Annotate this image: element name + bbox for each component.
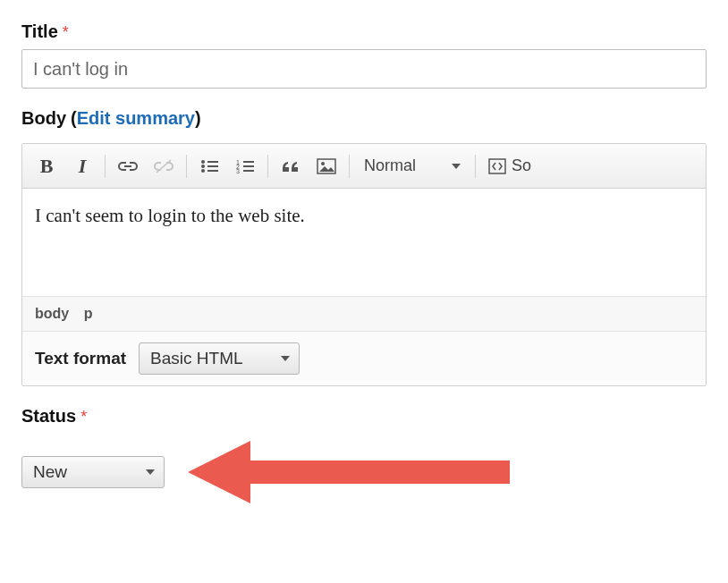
bold-button[interactable]: B [33,153,60,180]
text-format-value: Basic HTML [150,349,242,368]
image-button[interactable] [313,153,340,180]
svg-rect-4 [207,165,218,167]
svg-point-1 [201,160,205,164]
body-field: Body (Edit summary) B I [21,108,707,386]
svg-rect-2 [207,161,218,163]
chevron-down-icon [452,164,461,169]
status-value: New [33,462,67,482]
numbered-list-icon: 1 2 3 [236,159,254,173]
unlink-icon [154,159,174,173]
arrow-left-icon [188,441,510,503]
bullet-list-button[interactable] [196,153,223,180]
toolbar-separator [105,155,106,178]
svg-point-3 [201,165,205,168]
paragraph-format-value: Normal [364,156,416,175]
title-input[interactable] [21,49,707,89]
status-field: Status * New [21,406,707,503]
chevron-down-icon [281,356,290,361]
toolbar-separator [186,155,187,178]
editor-content[interactable]: I can't seem to login to the web site. [22,189,706,296]
unlink-button [150,153,177,180]
status-row: New [21,441,707,503]
annotation-arrow [188,441,510,503]
status-label: Status [21,406,76,427]
rich-text-editor: B I [21,143,707,386]
svg-rect-6 [207,170,218,172]
blockquote-button[interactable] [277,153,304,180]
toolbar-separator [267,155,268,178]
toolbar-separator [475,155,476,178]
svg-marker-16 [188,441,510,503]
svg-rect-15 [489,159,505,173]
svg-point-14 [321,162,325,165]
toolbar-separator [349,155,350,178]
source-label: So [512,156,531,175]
text-format-label: Text format [35,349,126,368]
quote-icon [281,159,301,173]
link-icon [118,160,138,173]
body-label: Body [21,108,66,129]
required-marker: * [63,23,69,41]
svg-rect-12 [243,170,254,172]
bullet-list-icon [200,159,218,173]
edit-summary-link[interactable]: Edit summary [77,108,195,128]
source-button[interactable]: So [485,153,535,180]
required-marker: * [80,408,87,426]
svg-rect-10 [243,165,254,167]
numbered-list-button[interactable]: 1 2 3 [232,153,258,180]
chevron-down-icon [146,469,155,475]
status-select[interactable]: New [21,456,165,488]
svg-text:3: 3 [236,168,240,173]
text-format-select[interactable]: Basic HTML [139,342,300,375]
text-format-row: Text format Basic HTML [22,331,706,385]
paragraph-format-select[interactable]: Normal [359,153,466,179]
svg-point-5 [201,169,205,173]
editor-toolbar: B I [22,144,706,189]
svg-rect-8 [243,161,254,163]
image-icon [317,158,336,174]
italic-button[interactable]: I [69,153,96,180]
element-path-bar: body p [22,296,706,331]
source-icon [488,158,506,174]
link-button[interactable] [114,153,141,180]
path-body[interactable]: body [35,306,69,321]
title-label: Title [21,21,58,42]
path-p[interactable]: p [84,306,93,321]
title-field: Title * [21,21,707,89]
